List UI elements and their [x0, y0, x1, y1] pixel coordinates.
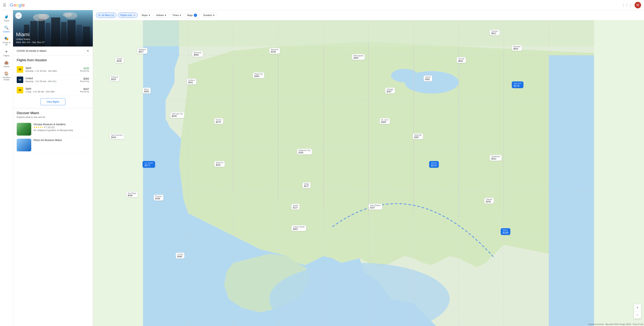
- covid-section[interactable]: COVID-19 trends in Miami ▼: [13, 47, 93, 56]
- map-price-label[interactable]: Jackson$441: [187, 79, 197, 85]
- map-price-label[interactable]: Chicago$287: [385, 88, 395, 94]
- place-name: Pérez Art Museum Miami: [34, 139, 89, 142]
- stars: ★★★★★: [34, 126, 44, 129]
- chevron-down-icon: ▼: [87, 50, 89, 52]
- back-button[interactable]: ←: [15, 12, 22, 19]
- city-name: Timmins: [491, 30, 498, 32]
- price-value: $362: [80, 77, 89, 80]
- city-price: $533: [111, 78, 116, 81]
- flights-only-close-icon[interactable]: ✕: [134, 14, 135, 17]
- roundtrip-label: Round trip: [80, 70, 89, 72]
- flight-card[interactable]: SP Spirit Nonstop · 2 hr 35 min · IAH–MI…: [17, 64, 89, 75]
- sidebar-item-things-to-do[interactable]: 🎭 Things to do: [0, 35, 13, 47]
- sidebar-item-flights[interactable]: ✈ Flights: [0, 48, 13, 58]
- city-price: $563: [144, 90, 149, 93]
- map-price-label[interactable]: Orlando$238: [484, 198, 494, 204]
- map-price-label[interactable]: Las Vegas$271: [142, 161, 155, 168]
- svg-rect-9: [83, 27, 90, 47]
- map-price-label[interactable]: Bozeman$666: [192, 51, 203, 57]
- city-name: Rapid City: [254, 73, 263, 75]
- svg-point-12: [65, 12, 77, 19]
- map-price-label[interactable]: Minneapolis$363: [352, 54, 365, 60]
- city-price: $107: [370, 206, 375, 209]
- avatar[interactable]: M: [634, 2, 641, 8]
- map-price-label[interactable]: Atlanta$174: [429, 161, 439, 168]
- times-chip[interactable]: Times ▾: [170, 13, 184, 18]
- map-price-label[interactable]: Rapid City$384: [253, 72, 264, 78]
- city-price: $441: [188, 81, 193, 84]
- city-name: Spokane: [139, 49, 146, 51]
- map-price-label[interactable]: Charleston$510: [490, 155, 502, 161]
- city-name: Bozeman: [194, 52, 202, 54]
- sidebar-item-hotels[interactable]: 🏨 Hotels: [0, 59, 13, 69]
- map-price-label[interactable]: Nashville$367: [412, 133, 423, 139]
- city-price: $641: [458, 60, 463, 62]
- map-price-label[interactable]: Dallas$127: [302, 182, 311, 188]
- map-price-label[interactable]: Miami$185: [501, 228, 510, 235]
- terms-of-use[interactable]: Terms of Use: [632, 323, 643, 325]
- flight-price: $185 Round trip: [80, 67, 89, 72]
- map-price-label[interactable]: Santa Fe$431: [214, 161, 225, 167]
- city-price: $449: [172, 115, 177, 117]
- sidebar-item-travel[interactable]: 🧳 Travel: [0, 13, 13, 23]
- map-price-label[interactable]: Seattle$438: [115, 57, 124, 63]
- map-price-label[interactable]: Montreal$654: [512, 45, 522, 51]
- flights-only-chip[interactable]: Flights only ✕: [118, 13, 138, 18]
- map-price-label[interactable]: Portland$533: [110, 75, 120, 81]
- city-price: $160: [298, 151, 304, 154]
- map-price-label[interactable]: San Francisco$434: [110, 133, 124, 139]
- map-price-label[interactable]: La Paz$490: [176, 253, 184, 259]
- bags-chip[interactable]: Bags 1: [185, 12, 200, 18]
- airline-logo: SP: [17, 66, 23, 73]
- sidebar: 🧳 Travel 🔍 Explore 🎭 Things to do ✈ Flig…: [0, 0, 13, 326]
- map-price-label[interactable]: Salt Lake City$449: [170, 112, 185, 118]
- all-filters-label: All filters (1): [102, 14, 114, 17]
- map-price-label[interactable]: New York$278: [512, 81, 524, 88]
- flight-card[interactable]: UA United Nonstop · 2 hr 29 min · IAH–FL…: [17, 75, 89, 85]
- chevron-airlines-icon: ▾: [165, 14, 166, 17]
- things-to-do-icon: 🎭: [4, 36, 9, 41]
- duration-chip[interactable]: Duration ▾: [201, 13, 217, 18]
- map-price-label[interactable]: Austin$127: [291, 204, 300, 210]
- map-price-label[interactable]: Timmins$912: [490, 30, 500, 36]
- airlines-chip[interactable]: Airlines ▾: [154, 13, 169, 18]
- zoom-in-button[interactable]: +: [634, 304, 641, 311]
- map-price-label[interactable]: New Orleans$107: [368, 204, 382, 210]
- map-price-label[interactable]: Spokane$527: [137, 48, 148, 54]
- map-price-label[interactable]: St. Louis$309: [380, 118, 390, 124]
- sidebar-label-travel: Travel: [4, 20, 9, 22]
- chevron-duration-icon: ▾: [213, 14, 214, 17]
- hotels-icon: 🏨: [4, 60, 9, 65]
- map-price-label[interactable]: Phoenix$438: [154, 195, 164, 201]
- map-price-label[interactable]: Oklahoma City$160: [297, 149, 312, 155]
- stops-chip[interactable]: Stops ▾: [139, 13, 152, 18]
- flight-details: Nonstop · 2 hr 35 min · IAH–MIA: [26, 70, 80, 72]
- map-price-label[interactable]: Detroit$391: [424, 75, 432, 81]
- map-price-label[interactable]: Boise$563: [142, 88, 151, 94]
- place-list: Vizcaya Museum & Gardens ★★★★★4.7 (9,131…: [17, 121, 89, 153]
- map-price-label[interactable]: Bismarck$339: [269, 48, 280, 54]
- flight-card[interactable]: SP Spirit 1 stop · 4 hr 38 min · IAH–MIA…: [17, 85, 89, 95]
- map-price-label[interactable]: Corpus Christi$261: [291, 225, 306, 231]
- map-price-label[interactable]: Denver$279: [214, 118, 223, 124]
- place-card[interactable]: Pérez Art Museum Miami: [17, 137, 89, 153]
- city-price: $127: [304, 185, 309, 188]
- city-name: Corpus Christi: [293, 226, 304, 228]
- bags-label: Bags: [187, 14, 193, 17]
- place-card[interactable]: Vizcaya Museum & Gardens ★★★★★4.7 (9,131…: [17, 121, 89, 137]
- chevron-times-icon: ▾: [180, 14, 181, 17]
- apps-icon[interactable]: ⋮⋮⋮: [622, 3, 632, 7]
- map-labels: Seattle$438Spokane$527Portland$533Boise$…: [93, 20, 644, 326]
- menu-icon[interactable]: ☰: [3, 3, 6, 7]
- map-price-label[interactable]: San Diego$406: [126, 192, 138, 197]
- sidebar-item-explore[interactable]: 🔍 Explore: [0, 24, 13, 34]
- airline-name: United: [26, 77, 80, 80]
- city-price: $309: [381, 121, 386, 123]
- map-price-label[interactable]: Toronto$641: [456, 57, 466, 63]
- all-filters-chip[interactable]: ⚙ All filters (1): [96, 13, 116, 18]
- keyboard-shortcuts[interactable]: Keyboard shortcuts: [588, 323, 604, 325]
- map-area: ⚙ All filters (1) Flights only ✕ Stops ▾…: [93, 10, 644, 326]
- zoom-out-button[interactable]: −: [634, 311, 641, 319]
- view-flights-button[interactable]: View flights: [40, 98, 66, 105]
- sidebar-item-vacation-rentals[interactable]: 🏠 Vacation rentals: [0, 70, 13, 82]
